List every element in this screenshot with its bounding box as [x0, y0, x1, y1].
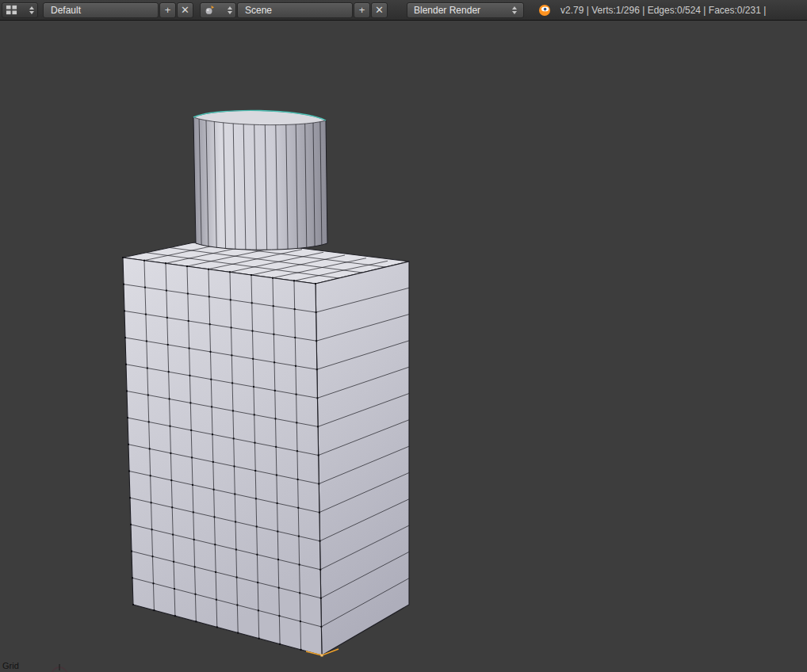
- scene-name: Scene: [245, 5, 272, 16]
- scene-datablock: Scene + ✕: [200, 2, 388, 18]
- grid-label: Grid: [2, 661, 19, 670]
- chevron-updown-icon: [228, 6, 232, 14]
- layout-name-field[interactable]: Default: [43, 2, 159, 18]
- chevron-updown-icon: [29, 6, 34, 14]
- browse-scene-button[interactable]: [200, 2, 236, 18]
- chevron-updown-icon: [512, 6, 517, 14]
- render-engine-value: Blender Render: [414, 5, 480, 16]
- blender-window: Default + ✕ Scene + ✕ Blender Render: [0, 0, 807, 672]
- blender-logo-icon: [537, 3, 553, 17]
- info-header: Default + ✕ Scene + ✕ Blender Render: [0, 0, 807, 21]
- editor-type-selector[interactable]: [2, 2, 38, 18]
- add-layout-button[interactable]: +: [159, 2, 176, 18]
- render-engine-select[interactable]: Blender Render: [407, 2, 524, 18]
- scene-name-field[interactable]: Scene: [237, 2, 353, 18]
- editor-type-icon: [6, 4, 17, 16]
- delete-scene-button[interactable]: ✕: [371, 2, 388, 18]
- layout-datablock: Default + ✕: [43, 2, 193, 18]
- scene-icon: [204, 4, 216, 16]
- viewport-3d[interactable]: Grid: [0, 21, 807, 672]
- layout-name: Default: [51, 5, 81, 16]
- mesh-object[interactable]: [0, 21, 807, 672]
- stats-text: v2.79 | Verts:1/296 | Edges:0/524 | Face…: [560, 5, 766, 16]
- add-scene-button[interactable]: +: [354, 2, 370, 18]
- delete-layout-button[interactable]: ✕: [177, 2, 193, 18]
